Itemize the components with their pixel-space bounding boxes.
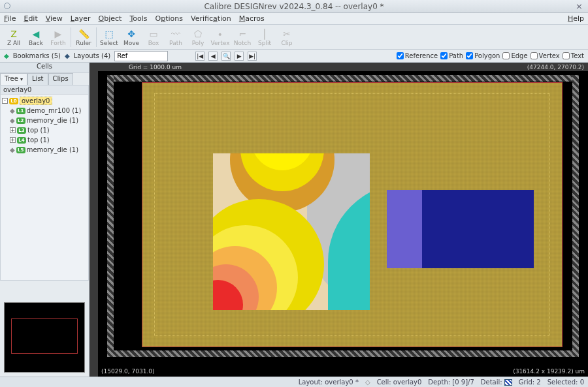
- detail-hatch-icon[interactable]: [504, 379, 512, 386]
- tree-item-demo[interactable]: ◆L1demo_mr100 (1): [8, 106, 88, 116]
- nav-zoom-button[interactable]: 🔍: [221, 52, 231, 61]
- layouts-icon[interactable]: ◆: [65, 52, 70, 59]
- menu-view[interactable]: View: [46, 14, 63, 23]
- memory-block: [387, 190, 534, 268]
- menu-verification[interactable]: Verification: [191, 14, 231, 23]
- ref-input[interactable]: [114, 51, 168, 61]
- check-path[interactable]: Path: [440, 52, 463, 59]
- status-depth[interactable]: Depth: [0 9]/7: [428, 379, 474, 386]
- check-text[interactable]: Text: [563, 52, 584, 59]
- check-edge[interactable]: Edge: [502, 52, 527, 59]
- tree-panel: overlay0 -L0overlay0 ◆L1demo_mr100 (1) ◆…: [0, 85, 89, 281]
- status-layout: Layout: overlay0 *: [299, 379, 359, 386]
- tree-item-top2[interactable]: +L4top (1): [8, 135, 88, 145]
- tree-root[interactable]: overlay0: [1, 85, 88, 95]
- preview-canvas[interactable]: [4, 302, 85, 373]
- secondary-toolbar: ◆ Bookmarks (5) ◆ Layouts (4) |◀ ◀ 🔍 ▶ ▶…: [0, 50, 588, 63]
- coord-bottom-right: (31614.2 x 19239.2) um: [511, 367, 587, 375]
- sidebar-tabs: Tree ▾ List Clips: [0, 73, 89, 85]
- menu-tools[interactable]: Tools: [129, 14, 147, 23]
- select-button[interactable]: ⬚Select: [98, 25, 120, 49]
- die-outline: [142, 83, 562, 347]
- clip-button[interactable]: ✂Clip: [276, 25, 298, 49]
- menu-layer[interactable]: Layer: [71, 14, 91, 23]
- vertex-button[interactable]: ∙Vertex: [209, 25, 231, 49]
- nav-first-button[interactable]: |◀: [195, 52, 204, 61]
- menu-options[interactable]: Options: [155, 14, 183, 23]
- status-selected: Selected: 0: [547, 379, 584, 386]
- status-detail: Detail:: [481, 379, 512, 386]
- canvas-area: Grid = 1000.0 um (47244.0, 27070.2) (150…: [90, 63, 588, 377]
- menubar: File Edit View Layer Object Tools Option…: [0, 13, 588, 25]
- tree-item-overlay0[interactable]: -L0overlay0: [1, 96, 88, 106]
- menu-file[interactable]: File: [4, 14, 16, 23]
- split-button[interactable]: ⎮Split: [253, 25, 276, 49]
- tab-tree[interactable]: Tree ▾: [0, 73, 27, 85]
- menu-object[interactable]: Object: [99, 14, 122, 23]
- bookmarks-icon[interactable]: ◆: [4, 52, 9, 59]
- status-cell: Cell: overlay0: [377, 379, 422, 386]
- titlebar: Calibre DESIGNrev v2024.3_0.84 -- overla…: [0, 0, 588, 13]
- menu-edit[interactable]: Edit: [24, 14, 37, 23]
- coord-bottom-left: (15029.0, 7031.0): [99, 367, 156, 375]
- toolbar: ZZ All ◀Back ▶Forth 📏Ruler ⬚Select ✥Move…: [0, 25, 588, 50]
- layout-canvas[interactable]: (15029.0, 7031.0) (31614.2 x 19239.2) um: [98, 71, 588, 377]
- window-menu-icon[interactable]: [4, 3, 10, 9]
- check-polygon[interactable]: Polygon: [466, 52, 500, 59]
- check-vertex[interactable]: Vertex: [531, 52, 560, 59]
- notch-button[interactable]: ⌐Notch: [231, 25, 253, 49]
- canvas-ruler-left: [90, 71, 98, 377]
- path-button[interactable]: 〰Path: [165, 25, 187, 49]
- forth-button[interactable]: ▶Forth: [47, 25, 69, 49]
- tab-list[interactable]: List: [27, 73, 48, 85]
- tree-item-mem2[interactable]: ◆L5memory_die (1): [8, 145, 88, 155]
- nav-prev-button[interactable]: ◀: [208, 52, 218, 61]
- sidebar: Cells Tree ▾ List Clips overlay0 -L0over…: [0, 63, 90, 377]
- zoom-all-button[interactable]: ZZ All: [3, 25, 25, 49]
- menu-macros[interactable]: Macros: [239, 14, 265, 23]
- tab-clips[interactable]: Clips: [48, 73, 73, 85]
- status-grid: Grid: 2: [519, 379, 541, 386]
- grid-label: Grid = 1000.0 um: [129, 64, 182, 70]
- status-bar: Layout: overlay0 * ◇ Cell: overlay0 Dept…: [0, 377, 588, 387]
- window-title: Calibre DESIGNrev v2024.3_0.84 -- overla…: [204, 2, 384, 11]
- main-area: Cells Tree ▾ List Clips overlay0 -L0over…: [0, 63, 588, 377]
- canvas-ruler-top: Grid = 1000.0 um (47244.0, 27070.2): [90, 63, 588, 71]
- nav-last-button[interactable]: ▶|: [248, 52, 257, 61]
- tree-item-mem1[interactable]: ◆L2memory_die (1): [8, 116, 88, 125]
- heatmap-block: [213, 153, 370, 310]
- poly-button[interactable]: ⬠Poly: [187, 25, 209, 49]
- ruler-button[interactable]: 📏Ruler: [73, 25, 95, 49]
- nav-next-button[interactable]: ▶: [235, 52, 244, 61]
- move-button[interactable]: ✥Move: [120, 25, 142, 49]
- layouts-label[interactable]: Layouts (4): [74, 52, 111, 59]
- back-button[interactable]: ◀Back: [25, 25, 47, 49]
- bookmarks-label[interactable]: Bookmarks (5): [13, 52, 61, 59]
- preview-panel: [0, 298, 89, 377]
- coord-top-right: (47244.0, 27070.2): [527, 64, 584, 70]
- check-reference[interactable]: Reference: [397, 52, 438, 59]
- cells-header: Cells: [0, 63, 89, 73]
- menu-help[interactable]: Help: [568, 14, 584, 23]
- tree-item-top1[interactable]: +L3top (1): [8, 125, 88, 135]
- box-button[interactable]: ▭Box: [142, 25, 165, 49]
- close-icon[interactable]: ×: [576, 1, 583, 11]
- filter-checks: Reference Path Polygon Edge Vertex Text: [397, 52, 584, 59]
